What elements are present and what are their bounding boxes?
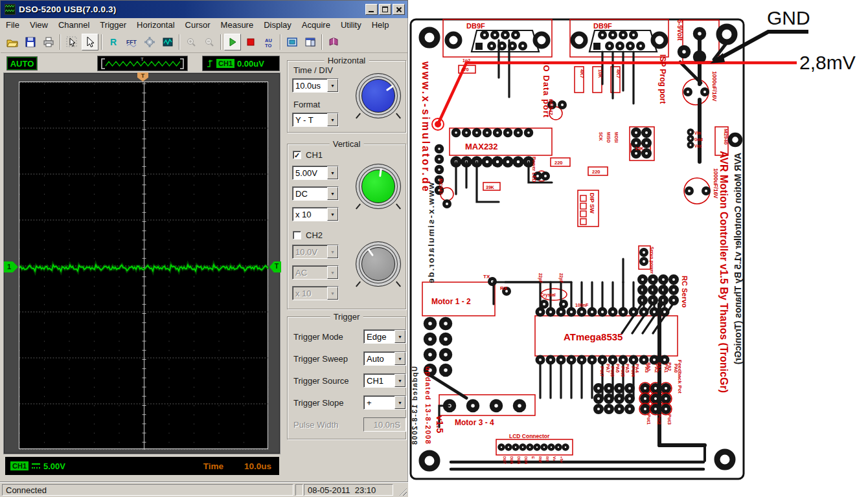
trigger-sweep-select[interactable]: Auto▼ [363,351,406,366]
settings-button[interactable] [141,34,158,50]
waveform-button[interactable] [159,34,176,50]
chevron-down-icon[interactable]: ▼ [327,208,338,221]
maximize-icon [382,6,388,12]
svg-text:TO: TO [265,43,271,49]
help-button[interactable] [325,34,342,50]
svg-text:DB6: DB6 [510,456,514,465]
pcb-label-title-credit-mirror: AVR Motion Controller v1.5 By Thanos (Tr… [733,153,743,364]
pcb-label-15k: 15K [635,146,644,151]
ref-button[interactable]: R [105,34,122,50]
print-icon [43,36,54,48]
pcb-label-version: v1.5 [435,415,445,433]
scope-bezel [3,72,280,454]
stop-button[interactable] [242,34,259,50]
maximize-button[interactable] [379,4,391,15]
menu-file[interactable]: File [1,19,25,31]
ch1-coupling-select[interactable]: DC▼ [292,186,339,201]
svg-text:PA2: PA2 [667,362,672,371]
autoset-button[interactable]: AUTO [260,34,277,50]
pcb-label-db9f-2: DB9F [593,22,612,30]
pulse-width-field: 10.0nS [363,417,406,432]
ch2-position-knob[interactable] [356,241,401,287]
statusbar-datetime: 08-05-2011 23:10 [304,484,393,496]
ch1-probe-select[interactable]: x 10▼ [292,207,339,221]
svg-text:Pot4: Pot4 [630,366,636,377]
titlebar[interactable]: DSO-5200 USB(7.0.0.3) [0,0,408,18]
fft-icon: FFT [126,36,137,48]
save-icon [25,36,36,48]
vertical-group-title: Vertical [330,139,364,149]
chevron-down-icon[interactable]: ▼ [394,352,405,365]
trigger-source-select[interactable]: CH1▼ [363,373,406,388]
print-button[interactable] [40,34,57,50]
svg-text:PA0: PA0 [646,362,651,371]
time-div-select[interactable]: 10.0us▼ [292,78,339,93]
run-button[interactable] [224,34,241,50]
ch1-volts-select[interactable]: 5.00V▼ [292,166,339,180]
resize-grip[interactable] [398,487,407,496]
zoom-out-icon [203,36,215,48]
menubar: File View Channel Trigger Horizontal Cur… [1,18,407,32]
menu-measure[interactable]: Measure [216,19,259,31]
menu-help[interactable]: Help [367,19,394,31]
format-select[interactable]: Y - T▼ [292,113,339,127]
horizontal-knob[interactable] [356,73,401,118]
chevron-down-icon[interactable]: ▼ [394,374,405,387]
pcb-label-22pf-2: 22pF [558,273,564,283]
pcb-label-tx: TX [483,274,490,280]
menu-channel[interactable]: Channel [53,19,95,31]
chevron-down-icon[interactable]: ▼ [327,187,338,200]
svg-text:RW: RW [538,456,542,463]
layout-button[interactable] [302,34,319,50]
menu-display[interactable]: Display [258,19,297,31]
menu-horizontal[interactable]: Horizontal [131,19,180,31]
pcb-label-22pf-1: 22pF [538,273,543,283]
stop-icon [245,36,257,48]
pcb-label-power-led: Power LED [531,157,537,182]
waveform-preview[interactable]: T [97,56,188,71]
trigger-readout: CH1 0.00uV [202,56,280,71]
measure-strip: CH1 5.00V Time 10.0us [5,457,279,475]
probe-point [435,121,441,127]
knob-pointer [354,162,404,212]
cursor-zone-button[interactable] [63,34,80,50]
ch1-label: CH1 [306,150,323,160]
preview-left-bracket [102,59,105,69]
chevron-down-icon[interactable]: ▼ [394,330,405,343]
pcb-label-max232: MAX232 [465,142,498,151]
dc-coupling-icon [32,463,40,469]
save-button[interactable] [22,34,39,50]
trigger-level-value: 0.00uV [237,59,264,69]
chevron-down-icon[interactable]: ▼ [327,166,338,179]
menu-acquire[interactable]: Acquire [297,19,336,31]
chevron-down-icon[interactable]: ▼ [394,396,405,409]
pcb-label-miso: MISO [606,132,611,143]
gnd-annotation: GND [767,7,810,28]
channel1-volts-div: 5.00V [43,461,65,471]
chevron-down-icon[interactable]: ▼ [327,113,338,126]
ch1-checkbox[interactable] [293,151,301,159]
trigger-slope-select[interactable]: +▼ [363,395,406,410]
trigger-slope-label: Trigger Slope [293,398,344,408]
rising-edge-icon [206,58,214,69]
zoom-in-button [183,34,200,50]
menu-view[interactable]: View [25,19,53,31]
fft-button[interactable]: FFT [123,34,140,50]
fullscreen-button[interactable] [284,34,301,50]
pcb-label-4k7-2: 4K7 [615,69,621,78]
menu-cursor[interactable]: Cursor [180,19,216,31]
open-button[interactable] [4,34,21,50]
cursor-arrow-button[interactable] [82,34,98,50]
pcb-label-220-1: 220 [554,160,563,166]
ref-r-icon: R [108,36,119,48]
ch2-checkbox[interactable] [293,231,301,239]
ch1-position-knob[interactable] [356,164,401,209]
menu-trigger[interactable]: Trigger [95,19,131,31]
close-button[interactable] [393,4,405,15]
minimize-button[interactable] [365,4,378,15]
pcb-label-motor34: Motor 3 - 4 [455,418,494,427]
chevron-down-icon[interactable]: ▼ [327,79,338,92]
acquisition-mode-badge: AUTO [6,56,38,71]
menu-utility[interactable]: Utility [336,19,367,31]
trigger-mode-select[interactable]: Edge▼ [363,329,406,344]
